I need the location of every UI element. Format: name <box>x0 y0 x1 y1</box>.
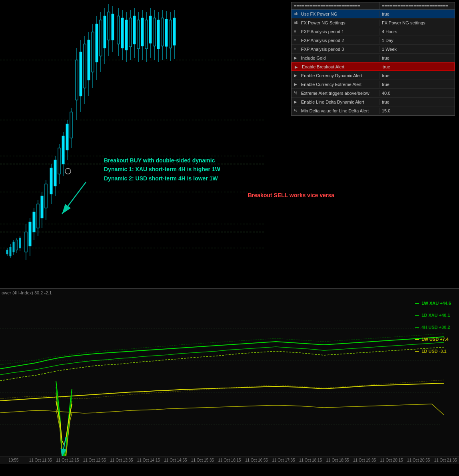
legend-item-3: 1W USD +7.4 <box>415 337 451 342</box>
settings-row-4[interactable]: ≡FXP Analysis period 31 Week <box>291 45 455 54</box>
svg-rect-62 <box>112 14 114 40</box>
settings-row-7[interactable]: ▶Enable Currency Dynamic Alerttrue <box>291 71 455 80</box>
svg-rect-16 <box>16 240 18 250</box>
time-label-0: 10:55 <box>0 458 27 462</box>
settings-row-name-6: ▶Enable Breakout Alert <box>292 64 380 70</box>
settings-row-icon-2: ≡ <box>294 29 299 34</box>
svg-rect-26 <box>37 204 39 228</box>
settings-row-value-4: 1 Week <box>379 46 455 52</box>
settings-row-icon-5: ▶ <box>294 56 299 60</box>
settings-row-name-1: abFX Power NG Settings <box>291 20 379 26</box>
time-label-8: 11 Oct 16:15 <box>216 458 243 462</box>
settings-row-value-8: true <box>379 81 455 88</box>
settings-row-2[interactable]: ≡FXP Analysis period 14 Hours <box>291 27 455 36</box>
indicator-legend: 1W XAU +44.61D XAU +40.14H USD +30.21W U… <box>415 301 451 354</box>
settings-row-1[interactable]: abFX Power NG SettingsFX Power NG settin… <box>291 18 455 27</box>
settings-row-value-11: 15.0 <box>379 108 455 114</box>
settings-row-10[interactable]: ▶Enable Line Delta Dynamic Alerttrue <box>291 98 455 106</box>
settings-row-name-3: ≡FXP Analysis period 2 <box>291 37 379 44</box>
time-label-16: 11 Oct 21:35 <box>432 458 459 462</box>
svg-rect-58 <box>104 16 106 48</box>
settings-row-icon-1: ab <box>294 20 299 25</box>
svg-rect-46 <box>80 52 82 96</box>
legend-color-0 <box>415 303 419 304</box>
settings-row-name-10: ▶Enable Line Delta Dynamic Alert <box>291 99 379 105</box>
legend-item-4: 1D USD -3.1 <box>415 349 451 354</box>
settings-row-value-7: true <box>379 72 455 79</box>
svg-rect-84 <box>157 20 160 49</box>
time-label-3: 11 Oct 12:55 <box>81 458 108 462</box>
legend-item-1: 1D XAU +40.1 <box>415 313 451 318</box>
legend-item-2: 4H USD +30.2 <box>415 325 451 330</box>
svg-rect-28 <box>41 196 43 218</box>
settings-row-name-8: ▶Enable Currency Extreme Alert <box>291 81 379 88</box>
svg-rect-32 <box>50 168 52 194</box>
settings-row-icon-8: ▶ <box>294 82 299 86</box>
svg-rect-80 <box>149 16 152 43</box>
legend-color-2 <box>415 327 419 328</box>
indicator-chart <box>0 297 459 464</box>
svg-rect-36 <box>58 148 60 174</box>
svg-rect-34 <box>54 160 56 186</box>
legend-color-1 <box>415 315 419 316</box>
svg-rect-48 <box>84 44 86 88</box>
svg-rect-54 <box>96 24 98 62</box>
settings-row-value-1: FX Power NG settings <box>379 20 455 26</box>
settings-row-8[interactable]: ▶Enable Currency Extreme Alerttrue <box>291 80 455 89</box>
settings-row-value-2: 4 Hours <box>379 28 455 35</box>
settings-row-value-0: true <box>379 11 455 17</box>
svg-rect-56 <box>100 20 102 56</box>
time-label-10: 11 Oct 17:35 <box>270 458 297 462</box>
settings-row-5[interactable]: ▶Include Goldtrue <box>291 54 455 62</box>
time-label-11: 11 Oct 18:15 <box>297 458 324 462</box>
settings-header-col2: ========================= <box>379 2 455 9</box>
svg-rect-66 <box>121 18 124 48</box>
settings-row-icon-10: ▶ <box>294 100 299 104</box>
svg-rect-24 <box>33 212 35 232</box>
svg-rect-86 <box>161 18 164 46</box>
svg-rect-10 <box>6 250 8 254</box>
settings-panel: ========================= ==============… <box>291 2 455 116</box>
settings-row-icon-7: ▶ <box>294 73 299 78</box>
svg-rect-14 <box>13 242 14 252</box>
indicator-panel: ower (4H-Index) 30.2 -2.1 <box>0 288 459 464</box>
legend-label-3: 1W USD +7.4 <box>421 337 449 342</box>
svg-rect-96 <box>0 297 459 464</box>
indicator-title: ower (4H-Index) 30.2 -2.1 <box>2 290 52 295</box>
svg-rect-60 <box>108 12 110 40</box>
settings-row-name-4: ≡FXP Analysis period 3 <box>291 46 379 52</box>
settings-row-value-10: true <box>379 99 455 105</box>
settings-row-icon-6: ▶ <box>295 65 300 69</box>
settings-row-value-6: true <box>380 64 454 70</box>
settings-row-icon-3: ≡ <box>294 38 299 42</box>
svg-rect-88 <box>165 19 168 46</box>
svg-rect-82 <box>153 18 156 46</box>
time-label-2: 11 Oct 12:15 <box>54 458 81 462</box>
legend-color-4 <box>415 351 419 352</box>
legend-label-2: 4H USD +30.2 <box>421 325 450 330</box>
svg-rect-44 <box>76 60 78 100</box>
svg-rect-92 <box>173 18 176 45</box>
svg-rect-12 <box>10 247 11 256</box>
settings-row-3[interactable]: ≡FXP Analysis period 21 Day <box>291 36 455 45</box>
svg-rect-18 <box>19 238 21 248</box>
time-label-1: 11 Oct 11:35 <box>27 458 54 462</box>
settings-row-6[interactable]: ▶Enable Breakout Alerttrue <box>291 62 455 71</box>
settings-row-name-11: ½Min Delta value for Line Delta Alert <box>291 108 379 114</box>
time-label-15: 11 Oct 20:55 <box>405 458 432 462</box>
svg-rect-78 <box>145 20 148 49</box>
svg-rect-50 <box>88 40 90 80</box>
settings-row-icon-4: ≡ <box>294 47 299 51</box>
settings-row-value-3: 1 Day <box>379 37 455 44</box>
legend-color-3 <box>415 339 419 340</box>
settings-row-icon-0: ab <box>294 12 299 16</box>
settings-row-value-9: 40.0 <box>379 90 455 96</box>
settings-row-9[interactable]: ½Extreme Alert triggers above/below40.0 <box>291 89 455 98</box>
settings-row-0[interactable]: abUse FX Power NGtrue <box>291 10 455 18</box>
settings-row-11[interactable]: ½Min Delta value for Line Delta Alert15.… <box>291 106 455 115</box>
time-label-6: 11 Oct 14:55 <box>162 458 189 462</box>
settings-row-name-2: ≡FXP Analysis period 1 <box>291 28 379 35</box>
svg-rect-72 <box>133 16 136 44</box>
svg-rect-42 <box>70 112 72 138</box>
legend-label-4: 1D USD -3.1 <box>421 349 446 354</box>
